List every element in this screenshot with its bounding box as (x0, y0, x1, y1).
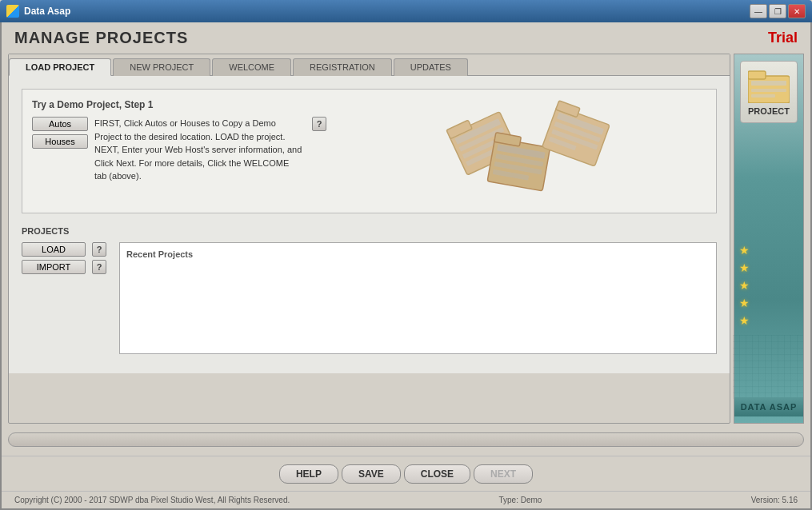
folders-illustration (336, 99, 706, 203)
title-bar: Data Asap — ❐ ✕ (0, 0, 812, 22)
projects-section: PROJECTS LOAD ? IMPORT ? (22, 226, 717, 361)
projects-buttons: LOAD ? IMPORT ? (22, 242, 106, 274)
tab-registration[interactable]: REGISTRATION (293, 58, 392, 76)
import-button[interactable]: IMPORT (22, 260, 86, 274)
save-button[interactable]: SAVE (342, 464, 401, 484)
svg-rect-19 (748, 71, 766, 79)
houses-button[interactable]: Houses (32, 134, 88, 149)
app-icon (6, 5, 19, 18)
app-title: MANAGE PROJECTS (14, 29, 188, 47)
star-1: ★ (739, 244, 750, 257)
projects-label: PROJECTS (22, 226, 717, 236)
version-text: Version: 5.16 (751, 496, 798, 504)
demo-help-icon[interactable]: ? (312, 117, 326, 131)
trial-badge: Trial (768, 30, 798, 46)
right-panel-icon-container: PROJECT (740, 61, 798, 123)
svg-rect-20 (751, 81, 786, 86)
content-area: LOAD PROJECT NEW PROJECT WELCOME REGISTR… (2, 50, 810, 424)
right-panel-icon-label: PROJECT (748, 106, 790, 116)
svg-rect-22 (751, 94, 775, 98)
import-row: IMPORT ? (22, 260, 106, 274)
recent-projects-label: Recent Projects (126, 249, 710, 259)
demo-left: Try a Demo Project, Step 1 Autos Houses … (32, 99, 326, 203)
tab-load-project[interactable]: LOAD PROJECT (9, 58, 111, 76)
demo-description: FIRST, Click Autos or Houses to Copy a D… (94, 117, 302, 183)
projects-content: LOAD ? IMPORT ? Recent Projects (22, 242, 717, 354)
tab-bar: LOAD PROJECT NEW PROJECT WELCOME REGISTR… (9, 54, 730, 76)
star-5: ★ (739, 314, 750, 327)
type-text: Type: Demo (498, 496, 542, 504)
svg-rect-21 (751, 89, 786, 92)
tab-welcome[interactable]: WELCOME (212, 58, 291, 76)
star-3: ★ (739, 279, 750, 292)
right-panel-bottom-label: DATA ASAP (734, 397, 803, 416)
progress-bar (8, 432, 804, 447)
restore-button[interactable]: ❐ (769, 4, 786, 18)
footer: Copyright (C) 2000 - 2017 SDWP dba Pixel… (2, 491, 810, 508)
stars-container: ★ ★ ★ ★ ★ (739, 244, 750, 327)
load-row: LOAD ? (22, 242, 106, 257)
next-button[interactable]: NEXT (474, 464, 533, 484)
load-button[interactable]: LOAD (22, 242, 86, 257)
import-help-icon[interactable]: ? (92, 260, 106, 274)
bottom-toolbar: HELP SAVE CLOSE NEXT (2, 456, 810, 491)
help-button[interactable]: HELP (279, 464, 338, 484)
star-2: ★ (739, 261, 750, 274)
right-panel: PROJECT ★ ★ ★ ★ ★ DATA ASAP (734, 54, 804, 424)
tab-new-project[interactable]: NEW PROJECT (113, 58, 210, 76)
svg-rect-23 (733, 335, 803, 399)
app-name: Data Asap (24, 6, 70, 17)
app-header: MANAGE PROJECTS Trial (2, 22, 810, 50)
tab-content: Try a Demo Project, Step 1 Autos Houses … (9, 76, 730, 373)
project-folder-icon (748, 68, 790, 103)
demo-title: Try a Demo Project, Step 1 (32, 99, 326, 110)
autos-button[interactable]: Autos (32, 117, 88, 131)
demo-buttons: Autos Houses (32, 117, 88, 149)
minimize-button[interactable]: — (750, 4, 767, 18)
copyright-text: Copyright (C) 2000 - 2017 SDWP dba Pixel… (14, 496, 290, 504)
title-bar-controls: — ❐ ✕ (750, 4, 806, 18)
title-bar-left: Data Asap (6, 5, 70, 18)
main-window: MANAGE PROJECTS Trial LOAD PROJECT NEW P… (0, 22, 812, 510)
tab-updates[interactable]: UPDATES (394, 58, 468, 76)
grid-pattern (733, 335, 803, 399)
folders-svg (434, 99, 610, 203)
demo-section: Try a Demo Project, Step 1 Autos Houses … (22, 89, 717, 213)
recent-projects-box: Recent Projects (119, 242, 717, 354)
window-close-button[interactable]: ✕ (788, 4, 806, 18)
close-button[interactable]: CLOSE (404, 464, 470, 484)
status-area (2, 424, 810, 456)
load-help-icon[interactable]: ? (92, 242, 106, 257)
main-panel: LOAD PROJECT NEW PROJECT WELCOME REGISTR… (8, 54, 730, 424)
star-4: ★ (739, 297, 750, 309)
